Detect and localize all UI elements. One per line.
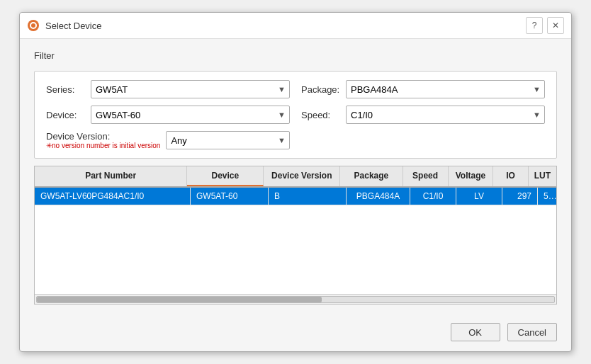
- device-version-note: ✳no version number is initial version: [46, 142, 160, 149]
- package-select[interactable]: PBGA484A: [346, 80, 545, 98]
- device-version-label: Device Version:: [46, 131, 160, 142]
- title-bar-left: Select Device: [27, 19, 101, 32]
- device-label: Device:: [46, 110, 85, 120]
- title-bar: Select Device ? ✕: [20, 13, 571, 39]
- filter-row-1: Series: GW5AT ▼ Package: PBGA484A ▼: [46, 80, 545, 98]
- device-group: Device: GW5AT-60 ▼: [46, 106, 290, 124]
- select-device-dialog: Select Device ? ✕ Filter Series: GW5AT ▼: [19, 12, 572, 352]
- col-header-voltage: Voltage: [449, 166, 494, 186]
- dialog-body: Filter Series: GW5AT ▼ Package:: [20, 39, 571, 316]
- horizontal-scrollbar[interactable]: [35, 294, 556, 304]
- cell-package: PBGA484A: [347, 188, 410, 205]
- help-button[interactable]: ?: [526, 17, 543, 34]
- title-bar-buttons: ? ✕: [526, 17, 564, 34]
- device-version-label-block: Device Version: ✳no version number is in…: [46, 131, 160, 149]
- dialog-footer: OK Cancel: [20, 316, 571, 351]
- device-select[interactable]: GW5AT-60: [91, 106, 290, 124]
- speed-select[interactable]: C1/I0: [346, 106, 545, 124]
- package-group: Package: PBGA484A ▼: [301, 80, 545, 98]
- table-header: Part Number Device Device Version Packag…: [35, 166, 556, 188]
- cell-deviceversion: B: [269, 188, 347, 205]
- col-header-io: IO: [493, 166, 528, 186]
- device-version-select[interactable]: Any: [166, 131, 290, 149]
- col-header-device: Device: [187, 166, 264, 186]
- series-select-wrapper: GW5AT ▼: [91, 80, 290, 98]
- ok-button[interactable]: OK: [451, 323, 500, 341]
- filter-row-3: Device Version: ✳no version number is in…: [46, 131, 545, 149]
- filter-row-2: Device: GW5AT-60 ▼ Speed: C1/I0 ▼: [46, 106, 545, 124]
- app-icon: [27, 19, 40, 32]
- cancel-button[interactable]: Cancel: [507, 323, 557, 341]
- series-label: Series:: [46, 84, 85, 95]
- close-button[interactable]: ✕: [547, 17, 564, 34]
- scrollbar-thumb[interactable]: [37, 297, 322, 302]
- device-version-select-wrapper: Any ▼: [166, 131, 290, 149]
- table-row[interactable]: GW5AT-LV60PG484AC1/I0 GW5AT-60 B PBGA484…: [35, 188, 556, 205]
- cell-device: GW5AT-60: [191, 188, 269, 205]
- device-version-group: Device Version: ✳no version number is in…: [46, 131, 290, 149]
- speed-label: Speed:: [301, 110, 340, 120]
- series-group: Series: GW5AT ▼: [46, 80, 290, 98]
- cell-io: 297: [502, 188, 538, 205]
- cell-speed: C1/I0: [410, 188, 456, 205]
- col-header-partnumber: Part Number: [35, 166, 187, 186]
- col-header-deviceversion: Device Version: [264, 166, 340, 186]
- cell-lut: 5990: [538, 188, 556, 205]
- dialog-title: Select Device: [45, 21, 101, 31]
- col-header-package: Package: [340, 166, 403, 186]
- speed-select-wrapper: C1/I0 ▼: [346, 106, 545, 124]
- scrollbar-track: [36, 296, 555, 303]
- col-header-lut: LUT: [529, 166, 556, 186]
- series-select[interactable]: GW5AT: [91, 80, 290, 98]
- col-header-speed: Speed: [403, 166, 449, 186]
- package-label: Package:: [301, 84, 340, 95]
- table-body: GW5AT-LV60PG484AC1/I0 GW5AT-60 B PBGA484…: [35, 188, 556, 294]
- cell-partnumber: GW5AT-LV60PG484AC1/I0: [35, 188, 191, 205]
- device-select-wrapper: GW5AT-60 ▼: [91, 106, 290, 124]
- svg-point-2: [31, 23, 35, 28]
- device-table: Part Number Device Device Version Packag…: [34, 166, 557, 305]
- filter-section: Series: GW5AT ▼ Package: PBGA484A ▼: [34, 71, 557, 159]
- package-select-wrapper: PBGA484A ▼: [346, 80, 545, 98]
- speed-group: Speed: C1/I0 ▼: [301, 106, 545, 124]
- filter-section-label: Filter: [34, 50, 557, 61]
- cell-voltage: LV: [456, 188, 502, 205]
